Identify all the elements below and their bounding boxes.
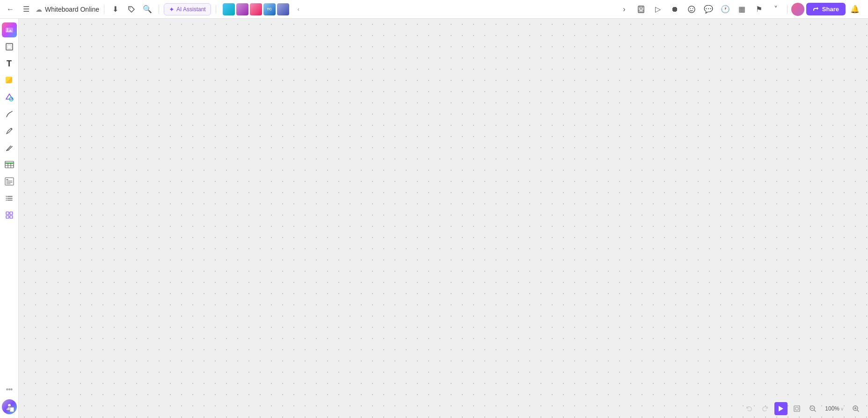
shape-tool[interactable] [2, 90, 17, 105]
svg-point-5 [690, 8, 691, 9]
topbar-left: ← ☰ ☁ Whiteboard Online ⬇ 🔍 ✦ AI Assista… [0, 3, 307, 16]
draw-tool[interactable] [2, 123, 17, 138]
svg-rect-23 [5, 178, 14, 185]
pen-tool[interactable] [2, 107, 17, 122]
svg-line-17 [7, 150, 8, 151]
app-title: Whiteboard Online [45, 6, 99, 13]
ai-icon: ✦ [169, 6, 175, 13]
svg-rect-43 [795, 407, 798, 410]
svg-rect-7 [6, 28, 13, 33]
text-block-tool[interactable] [2, 174, 17, 189]
play-button[interactable] [774, 402, 788, 415]
image-tool[interactable] [2, 22, 17, 37]
more-button[interactable]: ˅ [768, 2, 783, 17]
fit-view-button[interactable] [790, 402, 803, 415]
svg-rect-2 [640, 6, 642, 8]
grid-tool[interactable] [2, 208, 17, 223]
eraser-tool[interactable] [2, 140, 17, 155]
record-button[interactable]: ⏺ [667, 2, 682, 17]
svg-rect-40 [10, 407, 14, 412]
table-tool[interactable] [2, 157, 17, 172]
ai-assistant-button[interactable]: ✦ AI Assistant [164, 3, 211, 15]
topbar-right: › ▷ ⏺ 💬 🕐 ▦ ⚑ ˅ Share 🔔 [617, 2, 868, 17]
divider-1 [104, 5, 104, 14]
whiteboard-canvas[interactable] [19, 19, 868, 418]
frame-tool[interactable] [2, 39, 17, 54]
collab-avatars: TC [223, 3, 289, 15]
search-button[interactable]: 🔍 [141, 3, 154, 16]
share-label: Share [822, 6, 839, 13]
save-button[interactable] [634, 2, 649, 17]
divider-2 [159, 5, 159, 14]
comment-button[interactable]: 💬 [701, 2, 716, 17]
chevron-expand-button[interactable]: › [617, 2, 632, 17]
svg-rect-34 [6, 212, 9, 215]
svg-rect-37 [10, 216, 13, 218]
svg-rect-10 [7, 45, 11, 49]
svg-point-4 [688, 6, 695, 13]
svg-point-31 [6, 196, 7, 197]
svg-line-50 [857, 410, 859, 411]
grid-view-button[interactable]: ▦ [735, 2, 750, 17]
present-button[interactable]: ▷ [650, 2, 665, 17]
undo-button[interactable] [743, 402, 756, 415]
zoom-out-button[interactable] [806, 402, 819, 415]
bottombar-right: 100% ∨ [737, 399, 868, 418]
collab-avatar-1[interactable] [223, 3, 235, 15]
menu-button[interactable]: ☰ [20, 3, 33, 16]
sticky-tool[interactable] [2, 73, 17, 88]
svg-point-32 [6, 198, 7, 199]
cloud-icon: ☁ [36, 6, 42, 13]
zoom-value: 100% [825, 405, 839, 412]
tag-button[interactable] [125, 3, 138, 16]
topbar: ← ☰ ☁ Whiteboard Online ⬇ 🔍 ✦ AI Assista… [0, 0, 868, 19]
collab-avatar-5[interactable] [277, 3, 289, 15]
scenes-button[interactable] [5, 402, 18, 415]
zoom-chevron: ∨ [840, 406, 844, 411]
share-button[interactable]: Share [806, 3, 846, 15]
collab-avatar-2[interactable] [236, 3, 248, 15]
collab-avatar-4[interactable]: TC [263, 3, 276, 15]
timer-button[interactable]: 🕐 [718, 2, 733, 17]
back-button[interactable]: ← [4, 3, 17, 16]
more-tools-dots[interactable]: ••• [6, 385, 13, 394]
user-avatar[interactable] [791, 3, 804, 16]
svg-rect-35 [10, 212, 13, 215]
svg-rect-36 [6, 216, 9, 218]
svg-point-0 [130, 7, 131, 8]
reaction-button[interactable] [684, 2, 699, 17]
svg-point-8 [7, 29, 8, 30]
redo-button[interactable] [759, 402, 772, 415]
svg-point-6 [692, 8, 693, 9]
svg-marker-41 [779, 406, 783, 411]
divider-3 [216, 5, 216, 14]
svg-line-46 [814, 410, 816, 411]
bottombar-left [0, 399, 22, 418]
sidebar: T ••• [0, 19, 19, 418]
svg-rect-18 [5, 161, 14, 168]
list-tool[interactable] [2, 191, 17, 206]
svg-rect-3 [639, 10, 643, 12]
ai-label: AI Assistant [176, 6, 206, 13]
notification-button[interactable]: 🔔 [847, 2, 862, 17]
divider-right [787, 5, 788, 14]
text-tool[interactable]: T [2, 56, 17, 71]
zoom-in-button[interactable] [849, 402, 862, 415]
download-button[interactable]: ⬇ [109, 3, 122, 16]
svg-rect-9 [6, 43, 13, 50]
svg-point-33 [6, 200, 7, 201]
flag-button[interactable]: ⚑ [751, 2, 766, 17]
collab-collapse-button[interactable]: ‹ [294, 3, 303, 16]
collab-avatar-3[interactable] [250, 3, 262, 15]
zoom-level[interactable]: 100% ∨ [822, 404, 846, 413]
